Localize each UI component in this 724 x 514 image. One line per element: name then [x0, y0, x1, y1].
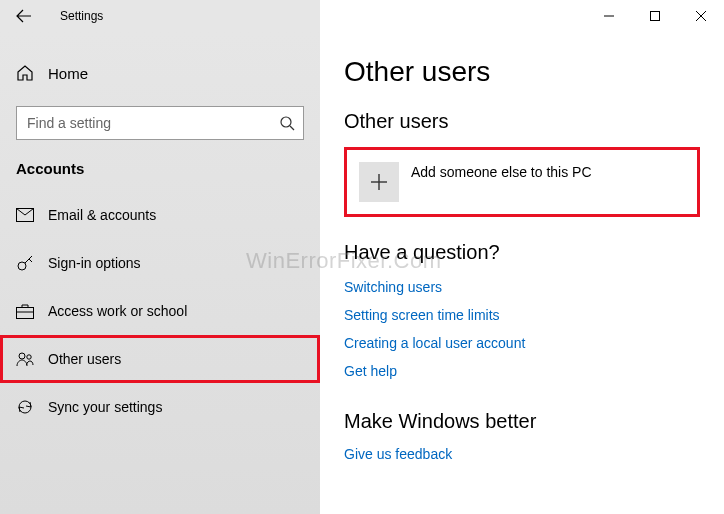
have-question-heading: Have a question? — [344, 241, 700, 264]
title-bar-left: Settings — [0, 0, 320, 32]
svg-line-5 — [290, 126, 294, 130]
svg-line-9 — [29, 259, 32, 262]
title-bar-right — [320, 0, 724, 32]
settings-window: Settings Home — [0, 0, 724, 514]
nav-item-other-users[interactable]: Other users — [0, 335, 320, 383]
nav-list: Email & accounts Sign-in options Access … — [0, 191, 320, 431]
app-title: Settings — [60, 9, 103, 23]
close-button[interactable] — [678, 0, 724, 32]
title-bar: Settings — [0, 0, 724, 32]
nav-item-label: Email & accounts — [48, 207, 156, 223]
minimize-icon — [604, 11, 614, 21]
search-box — [16, 106, 304, 140]
nav-item-email-accounts[interactable]: Email & accounts — [0, 191, 320, 239]
key-icon — [16, 254, 34, 272]
maximize-icon — [650, 11, 660, 21]
sidebar: Home Accounts Email & accounts — [0, 32, 320, 514]
svg-rect-10 — [17, 308, 34, 319]
window-controls — [586, 0, 724, 32]
close-icon — [696, 11, 706, 21]
search-icon[interactable] — [278, 114, 296, 132]
link-local-account[interactable]: Creating a local user account — [344, 335, 525, 351]
briefcase-icon — [16, 303, 34, 319]
link-screen-time[interactable]: Setting screen time limits — [344, 307, 500, 323]
link-feedback[interactable]: Give us feedback — [344, 446, 452, 462]
plus-icon — [370, 173, 388, 191]
svg-point-13 — [27, 355, 31, 359]
maximize-button[interactable] — [632, 0, 678, 32]
window-body: Home Accounts Email & accounts — [0, 32, 724, 514]
link-get-help[interactable]: Get help — [344, 363, 397, 379]
nav-item-label: Sync your settings — [48, 399, 162, 415]
add-user-button[interactable]: Add someone else to this PC — [344, 147, 700, 217]
svg-rect-1 — [651, 12, 660, 21]
main-panel: Other users Other users Add someone else… — [320, 32, 724, 514]
nav-item-signin-options[interactable]: Sign-in options — [0, 239, 320, 287]
nav-item-label: Other users — [48, 351, 121, 367]
plus-icon-box — [359, 162, 399, 202]
section-other-users-heading: Other users — [344, 110, 700, 133]
page-title: Other users — [344, 56, 700, 88]
add-user-label: Add someone else to this PC — [411, 162, 592, 180]
users-icon — [16, 350, 34, 368]
nav-item-sync-settings[interactable]: Sync your settings — [0, 383, 320, 431]
nav-home[interactable]: Home — [0, 56, 320, 90]
search-input[interactable] — [16, 106, 304, 140]
back-arrow-icon — [16, 8, 32, 24]
link-switching-users[interactable]: Switching users — [344, 279, 442, 295]
nav-home-label: Home — [48, 65, 88, 82]
svg-point-4 — [281, 117, 291, 127]
help-links: Switching users Setting screen time limi… — [344, 278, 700, 380]
back-button[interactable] — [0, 0, 48, 32]
svg-point-12 — [19, 353, 25, 359]
mail-icon — [16, 208, 34, 222]
nav-item-label: Access work or school — [48, 303, 187, 319]
sidebar-section-title: Accounts — [0, 160, 320, 191]
make-windows-better-heading: Make Windows better — [344, 410, 700, 433]
home-icon — [16, 64, 34, 82]
sync-icon — [16, 398, 34, 416]
minimize-button[interactable] — [586, 0, 632, 32]
nav-item-label: Sign-in options — [48, 255, 141, 271]
nav-item-access-work-school[interactable]: Access work or school — [0, 287, 320, 335]
svg-point-7 — [18, 262, 26, 270]
svg-line-8 — [25, 256, 32, 263]
